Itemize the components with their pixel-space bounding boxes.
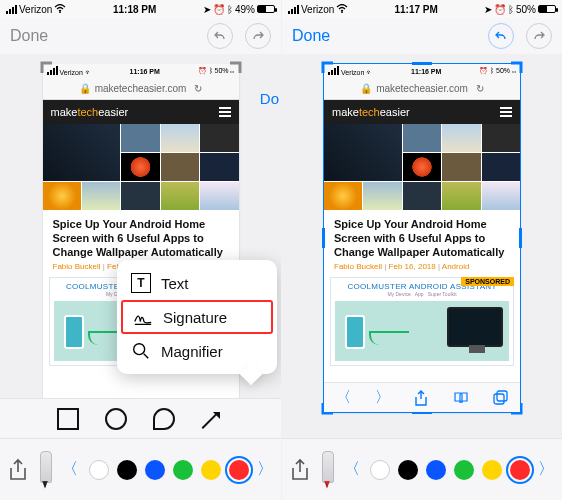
article-title: Spice Up Your Android Home Screen with 6… xyxy=(334,218,510,259)
shape-circle[interactable] xyxy=(105,408,127,430)
redo-button[interactable] xyxy=(245,23,271,49)
wifi-icon xyxy=(54,4,66,14)
sponsored-block: SPONSORED COOLMUSTER ANDROID ASSISTANT M… xyxy=(330,277,514,366)
hamburger-icon xyxy=(500,107,512,117)
battery-icon xyxy=(257,5,275,13)
reload-icon: ↻ xyxy=(476,83,484,94)
svg-rect-3 xyxy=(494,394,504,404)
safari-bookmarks-icon[interactable] xyxy=(453,391,469,405)
prev-tool-chevron[interactable]: 〈 xyxy=(344,459,360,480)
done-button[interactable]: Done xyxy=(292,27,330,45)
article-byline: Fabio Buckell | Feb 16, 2018 | Android xyxy=(334,262,510,271)
site-header: maketecheasier xyxy=(43,100,239,124)
svg-rect-4 xyxy=(497,391,507,401)
right-pane: Verizon 11:17 PM ➤ ⏰ ᛒ 50% Done xyxy=(281,0,562,500)
location-icon: ➤ xyxy=(484,4,492,15)
site-logo: maketecheasier xyxy=(332,106,410,118)
next-tool-chevron[interactable]: 〉 xyxy=(257,459,273,480)
color-blue[interactable] xyxy=(145,460,165,480)
color-green[interactable] xyxy=(173,460,193,480)
bluetooth-icon: ᛒ xyxy=(508,4,514,15)
safari-url-bar: 🔒 maketecheasier.com ↻ xyxy=(43,78,239,100)
pen-tool[interactable] xyxy=(318,451,336,489)
safari-share-icon[interactable] xyxy=(414,390,428,406)
safari-bottom-bar: 〈 〉 xyxy=(324,382,520,412)
crop-handle-tr[interactable] xyxy=(228,61,242,75)
wallpaper-grid xyxy=(43,124,239,210)
share-button[interactable] xyxy=(8,458,28,482)
color-blue[interactable] xyxy=(426,460,446,480)
signal-bars-icon xyxy=(6,5,17,14)
crop-handle-left[interactable] xyxy=(322,228,325,248)
color-black[interactable] xyxy=(398,460,418,480)
share-button[interactable] xyxy=(290,458,310,482)
location-icon: ➤ xyxy=(203,4,211,15)
crop-handle-tl[interactable] xyxy=(321,61,335,75)
color-red[interactable] xyxy=(229,460,249,480)
safari-url-bar: 🔒 maketecheasier.com ↻ xyxy=(324,78,520,100)
signal-bars-icon xyxy=(288,5,299,14)
clock: 11:18 PM xyxy=(113,4,156,15)
text-tool-icon: T xyxy=(131,273,151,293)
markup-toolbar: 〈 〉 xyxy=(282,438,562,500)
crop-handle-top[interactable] xyxy=(412,62,432,65)
popover-item-magnifier[interactable]: Magnifier xyxy=(117,334,277,368)
wallpaper-grid xyxy=(324,124,520,210)
color-black[interactable] xyxy=(117,460,137,480)
inner-status-bar: Verizon ᯤ 11:16 PM ⏰ ᛒ 50% ▭ xyxy=(324,64,520,78)
inner-status-bar: Verizon ᯤ 11:16 PM ⏰ ᛒ 50% ▭ xyxy=(43,64,239,78)
crop-handle-tl[interactable] xyxy=(40,61,54,75)
site-header: maketecheasier xyxy=(324,100,520,124)
adjacent-done-sliver: Do xyxy=(260,90,279,107)
done-button[interactable]: Done xyxy=(10,27,48,45)
screenshot-thumbnail[interactable]: Verizon ᯤ 11:16 PM ⏰ ᛒ 50% ▭ 🔒 maketeche… xyxy=(324,64,520,412)
lock-icon: 🔒 xyxy=(79,83,91,94)
color-white[interactable] xyxy=(89,460,109,480)
shape-square[interactable] xyxy=(57,408,79,430)
wifi-icon xyxy=(336,4,348,14)
markup-topbar: Done xyxy=(0,18,281,54)
url-host: maketecheasier.com xyxy=(95,83,187,94)
color-swatches xyxy=(89,460,249,480)
magnifier-tool-icon xyxy=(131,341,151,361)
device-status-bar: Verizon 11:18 PM ➤ ⏰ ᛒ 49% xyxy=(0,0,281,18)
hamburger-icon xyxy=(219,107,231,117)
markup-toolbar: 〈 〉 xyxy=(0,438,281,500)
color-green[interactable] xyxy=(454,460,474,480)
color-yellow[interactable] xyxy=(482,460,502,480)
battery-pct: 50% xyxy=(516,4,536,15)
safari-tabs-icon[interactable] xyxy=(493,390,508,405)
alarm-icon: ⏰ xyxy=(213,4,225,15)
canvas-area[interactable]: Verizon ᯤ 11:16 PM ⏰ ᛒ 50% ▭ 🔒 maketeche… xyxy=(282,54,562,438)
next-tool-chevron[interactable]: 〉 xyxy=(538,459,554,480)
shape-arrow[interactable] xyxy=(201,407,225,431)
pen-tool[interactable] xyxy=(36,451,54,489)
undo-button[interactable] xyxy=(207,23,233,49)
crop-handle-tr[interactable] xyxy=(509,61,523,75)
sponsored-badge: SPONSORED xyxy=(461,277,514,286)
lock-icon: 🔒 xyxy=(360,83,372,94)
svg-point-0 xyxy=(59,11,61,13)
shape-picker-row xyxy=(0,398,281,438)
shape-speech-bubble[interactable] xyxy=(153,408,175,430)
add-annotation-popover: T Text Signature Magnifier xyxy=(117,260,277,374)
svg-point-2 xyxy=(341,11,343,13)
device-status-bar: Verizon 11:17 PM ➤ ⏰ ᛒ 50% xyxy=(282,0,562,18)
canvas-area[interactable]: Do Verizon ᯤ 11:16 PM ⏰ ᛒ 50% ▭ 🔒 makete… xyxy=(0,54,281,438)
url-host: maketecheasier.com xyxy=(376,83,468,94)
site-logo: maketecheasier xyxy=(51,106,129,118)
safari-forward-icon[interactable]: 〉 xyxy=(375,388,390,407)
undo-button[interactable] xyxy=(488,23,514,49)
markup-topbar: Done xyxy=(282,18,562,54)
color-white[interactable] xyxy=(370,460,390,480)
signature-tool-icon xyxy=(133,307,153,327)
safari-back-icon[interactable]: 〈 xyxy=(336,388,351,407)
color-yellow[interactable] xyxy=(201,460,221,480)
prev-tool-chevron[interactable]: 〈 xyxy=(62,459,78,480)
article-block: Spice Up Your Android Home Screen with 6… xyxy=(324,210,520,277)
crop-handle-right[interactable] xyxy=(519,228,522,248)
color-red[interactable] xyxy=(510,460,530,480)
redo-button[interactable] xyxy=(526,23,552,49)
popover-item-signature[interactable]: Signature xyxy=(121,300,273,334)
popover-item-text[interactable]: T Text xyxy=(117,266,277,300)
